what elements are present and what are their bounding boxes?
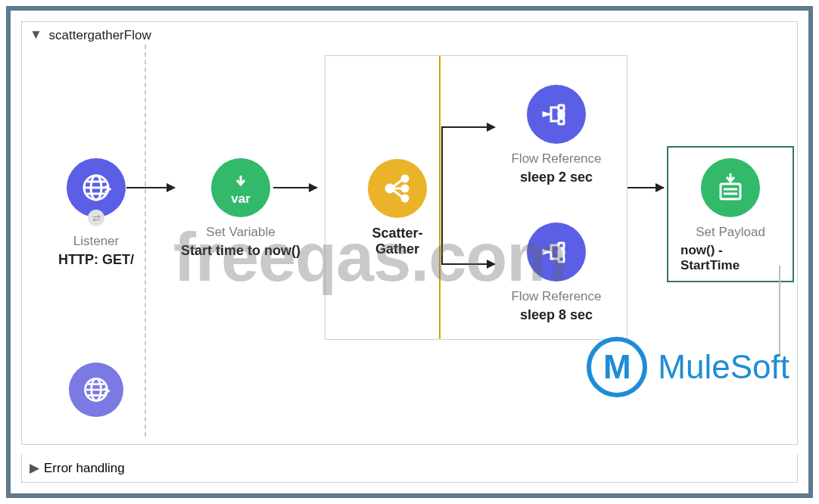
error-source-node[interactable] (58, 362, 134, 417)
flow-title: scattergatherFlow (49, 28, 151, 42)
svg-rect-6 (559, 105, 564, 110)
svg-rect-11 (559, 257, 564, 262)
svg-rect-8 (559, 119, 564, 124)
canvas: ▼ scattergatherFlow ⇄ Listener HTTP: GET… (21, 21, 798, 483)
set-variable-node[interactable]: var Set Variable Start time to now() (176, 158, 305, 259)
exchange-icon: ⇄ (88, 210, 104, 226)
setpayload-type: Set Payload (696, 225, 765, 240)
svg-rect-7 (559, 112, 564, 117)
mulesoft-logo-icon: M (587, 337, 647, 397)
expand-icon: ▶ (30, 460, 39, 476)
arrow (126, 187, 175, 188)
arrow (627, 187, 664, 188)
arrow-head (487, 123, 496, 132)
globe-icon (69, 362, 123, 417)
arrow-head (487, 260, 496, 269)
collapse-icon: ▼ (30, 27, 42, 42)
globe-icon (67, 158, 126, 217)
ref2-subtitle: sleep 8 sec (520, 307, 593, 323)
mulesoft-text: MuleSoft (658, 348, 789, 386)
branch-line (441, 126, 487, 128)
set-payload-icon (701, 158, 760, 217)
ref1-subtitle: sleep 2 sec (520, 170, 593, 185)
branch-line (441, 263, 487, 265)
branch-line (441, 188, 443, 264)
mulesoft-brand: M MuleSoft (587, 337, 789, 397)
scatter-gather-node[interactable]: Scatter-Gather (352, 159, 443, 257)
flow-reference-icon (527, 85, 586, 144)
flow-section: ▼ scattergatherFlow ⇄ Listener HTTP: GET… (21, 21, 798, 445)
error-handling-section[interactable]: ▶ Error handling (21, 454, 798, 483)
flow-ref-1[interactable]: Flow Reference sleep 2 sec (500, 85, 613, 185)
arrow (273, 187, 317, 188)
setvar-subtitle: Start time to now() (181, 243, 301, 259)
svg-point-4 (402, 185, 408, 191)
scatter-gather-box: Scatter-Gather (325, 55, 627, 340)
set-payload-node[interactable]: Set Payload now() - StartTime (667, 146, 794, 282)
branch-line (441, 126, 443, 188)
flow-ref-2[interactable]: Flow Reference sleep 8 sec (500, 222, 613, 323)
ref2-type: Flow Reference (511, 289, 601, 304)
ref1-type: Flow Reference (511, 151, 601, 166)
listener-subtitle: HTTP: GET/ (58, 252, 134, 268)
svg-rect-9 (559, 243, 564, 248)
source-divider (145, 45, 146, 437)
diagram-frame: ▼ scattergatherFlow ⇄ Listener HTTP: GET… (6, 6, 813, 498)
flow-header[interactable]: ▼ scattergatherFlow (30, 28, 151, 43)
listener-node[interactable]: ⇄ Listener HTTP: GET/ (51, 158, 142, 268)
listener-type: Listener (73, 234, 119, 249)
var-text: var (231, 191, 251, 207)
svg-point-5 (402, 195, 408, 201)
error-handling-label: Error handling (44, 461, 125, 476)
set-variable-icon: var (211, 158, 270, 217)
setvar-type: Set Variable (206, 225, 275, 240)
sg-label: Scatter-Gather (352, 226, 443, 257)
svg-rect-12 (721, 184, 740, 199)
setpayload-subtitle: now() - StartTime (680, 243, 780, 273)
scatter-gather-icon (368, 159, 427, 218)
svg-rect-10 (559, 250, 564, 255)
flow-reference-icon (527, 222, 586, 282)
svg-point-3 (402, 176, 408, 182)
